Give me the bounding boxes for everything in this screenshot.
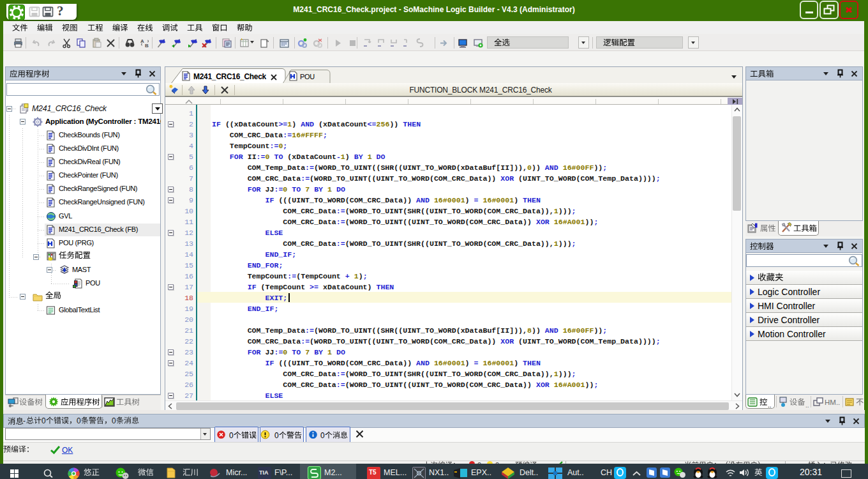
svg-text:B: B bbox=[145, 43, 149, 49]
